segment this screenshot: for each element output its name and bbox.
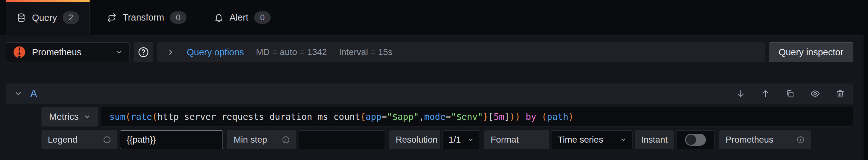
expression-token: = [381,111,387,122]
expression-token: app [366,111,382,122]
query-row-actions [736,89,845,99]
info-icon[interactable] [282,136,290,144]
instant-label-text: Instant [641,135,668,145]
expression-token: ] [504,111,510,122]
min-step-input[interactable] [299,130,385,149]
expression-token: path [547,111,568,122]
format-label-text: Format [491,135,519,145]
expression-token: )) [510,111,520,122]
expression-token: , [419,111,424,122]
interval-summary: Interval = 15s [339,47,393,57]
expression-token: { [360,111,366,122]
expression-token: [ [488,111,494,122]
chevron-down-icon [468,137,474,143]
expression-token: ( [152,111,157,122]
tab-transform-label: Transform [123,12,164,23]
query-inspector-label: Query inspector [779,47,844,58]
min-step-field-label: Min step [227,130,296,149]
legend-input[interactable] [120,130,223,149]
expression-token: ( [541,111,547,122]
expression-token: rate [131,111,152,122]
format-select[interactable]: Time series [552,130,632,149]
resolution-value: 1/1 [448,135,461,145]
query-editor-row: Metrics sum(rate(http_server_requests_du… [41,107,853,126]
prometheus-label-text: Prometheus [725,135,773,145]
datasource-picker[interactable]: Prometheus [6,42,130,62]
chevron-down-icon [115,48,123,56]
move-query-up-icon[interactable] [761,89,770,98]
datasource-help-button[interactable] [133,42,153,62]
info-icon[interactable] [103,136,111,144]
query-inspector-button[interactable]: Query inspector [769,42,853,62]
tab-query-label: Query [32,13,57,23]
query-row-header: A [6,84,853,104]
query-options-label: Query options [187,47,244,58]
instant-toggle[interactable] [676,130,715,149]
expression-token [536,111,541,122]
min-step-label-text: Min step [234,135,267,145]
expression-token: } [483,111,489,122]
tab-alert-label: Alert [229,12,248,23]
datasource-name: Prometheus [32,47,81,58]
expression-token: "$app" [387,111,419,122]
legend-label-text: Legend [48,135,77,145]
chevron-right-icon [166,48,175,56]
expression-token: ( [125,111,131,122]
resolution-label-text: Resolution [396,135,437,145]
metrics-dropdown-button[interactable]: Metrics [41,107,98,126]
chevron-down-icon [14,89,23,98]
query-row-collapse[interactable]: A [14,88,37,99]
expression-token: http_server_requests_duration_ms_count [157,111,360,122]
expression-token: mode [424,111,445,122]
tab-alert-count-badge: 0 [254,11,271,24]
expression-token: 5m [494,111,504,122]
expression-token: = [446,111,451,122]
chevron-down-icon [84,113,91,120]
expression-token [520,111,526,122]
expression-token: sum [109,111,125,122]
format-field-label: Format [484,130,549,149]
tab-alert[interactable]: Alert 0 [204,0,281,35]
query-options-row: Legend Min step Resolution 1/1 Format Ti… [41,130,853,149]
query-ref-id: A [30,88,37,99]
instant-field-label: Instant [635,130,674,149]
chevron-down-icon [620,137,626,143]
delete-query-icon[interactable] [835,89,845,98]
toggle-query-visibility-icon[interactable] [810,89,820,99]
question-circle-icon [137,46,149,58]
move-query-down-icon[interactable] [736,89,745,98]
info-icon[interactable] [797,136,805,144]
expression-token: by [526,111,536,122]
bell-icon [214,13,224,23]
editor-tab-bar: Query 2 Transform 0 Alert 0 [0,0,868,35]
legend-field-label: Legend [41,130,118,149]
query-toolbar: Prometheus Query options MD = auto = 134… [6,42,853,62]
tab-query[interactable]: Query 2 [6,0,90,35]
query-options-bar[interactable]: Query options MD = auto = 1342 Interval … [157,42,765,62]
prometheus-logo-icon [12,45,26,59]
duplicate-query-icon[interactable] [785,89,795,98]
toggle-switch-off [685,134,706,146]
database-icon [16,13,26,23]
expression-token: "$env" [451,111,483,122]
tab-transform[interactable]: Transform 0 [97,0,196,35]
expression-token: ) [568,111,574,122]
prometheus-field-label: Prometheus [719,130,811,149]
metrics-dropdown-label: Metrics [49,111,79,122]
resolution-select[interactable]: 1/1 [442,130,480,149]
format-value: Time series [558,135,603,145]
max-data-points-summary: MD = auto = 1342 [256,47,327,57]
transform-icon [107,13,117,23]
scrollbar-track[interactable] [864,0,868,160]
resolution-field-label: Resolution [390,130,440,149]
toggle-knob [686,135,696,145]
query-expression-input[interactable]: sum(rate(http_server_requests_duration_m… [101,107,853,126]
query-expression: sum(rate(http_server_requests_duration_m… [109,111,574,122]
tab-transform-count-badge: 0 [170,11,186,24]
tab-query-count-badge: 2 [63,11,79,24]
